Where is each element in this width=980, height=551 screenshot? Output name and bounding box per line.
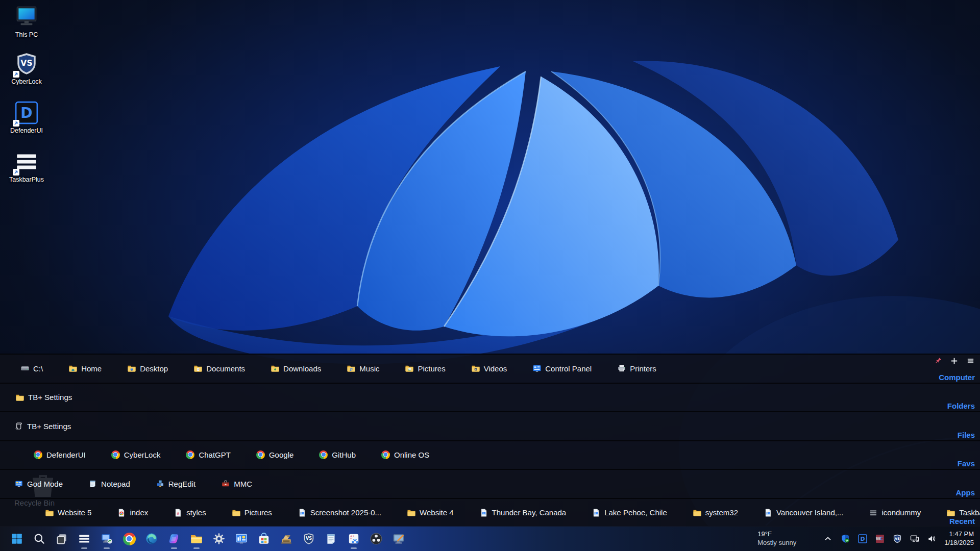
panel-item-index[interactable]: index [117,508,148,517]
panel-item-lake-pehoe-chile[interactable]: Lake Pehoe, Chile [592,508,667,517]
desktop-icon-taskbarplus[interactable]: TaskbarPlus [3,149,50,183]
taskbar-notepad-button[interactable] [322,528,341,550]
panel-item-c[interactable]: C:\ [20,364,43,373]
panel-item-defenderui[interactable]: DefenderUI [34,450,86,460]
tray-cyberlock-button[interactable]: VS [892,534,902,544]
panel-item-label: system32 [705,508,738,517]
svg-text:#: # [177,511,180,516]
panel-item-thunder-bay-canada[interactable]: Thunder Bay, Canada [479,508,567,517]
desktop-icon-this-pc[interactable]: This PC [3,4,50,38]
taskbarplus-panel: Recycle Bin C:\HomeDesktopDocumentsDownl… [0,354,980,527]
shortcut-arrow-icon [13,168,19,175]
panel-item-regedit[interactable]: RegEdit [156,479,195,488]
panel-item-label: Desktop [140,364,168,373]
panel-item-printers[interactable]: Printers [617,364,656,373]
panel-item-label: Website 5 [58,508,91,517]
panel-item-system32[interactable]: system32 [693,508,738,517]
chrome-icon [381,450,390,460]
panel-item-label: TB+ Settings [28,393,72,402]
taskbar-copilot-button[interactable] [164,528,184,550]
panel-section-label-computer: Computer [939,373,975,382]
panel-item-label: Vancouver Island,... [776,508,843,517]
tray-defenderui-button[interactable]: D [857,534,868,544]
taskbar-obs-studio-button[interactable] [366,528,386,550]
tray-network-button[interactable] [910,534,920,544]
panel-item-pictures[interactable]: Pictures [405,364,445,373]
add-item-button[interactable] [950,357,959,365]
panel-item-tb-settings[interactable]: TB+ Settings [14,421,71,431]
panel-item-videos[interactable]: Videos [471,364,507,373]
panel-row-items: Website 5index#stylesPicturesScreenshot … [0,499,980,527]
panel-item-github[interactable]: GitHub [319,450,356,460]
taskbar-settings-button[interactable] [209,528,229,550]
panel-item-website-4[interactable]: Website 4 [407,508,453,517]
taskbar-task-view-button[interactable] [52,528,71,550]
panel-item-label: Google [269,450,293,459]
panel-item-chatgpt[interactable]: ChatGPT [186,450,231,460]
page-image-icon [592,508,601,517]
paintmon-icon [392,532,405,545]
tray-volume-button[interactable] [927,534,937,544]
panel-item-label: RegEdit [168,480,195,488]
folder-music-icon [347,364,356,373]
panel-item-website-5[interactable]: Website 5 [45,508,91,517]
panel-item-online-os[interactable]: Online OS [381,450,429,460]
panel-item-documents[interactable]: Documents [193,364,245,373]
panel-item-screenshot-2025-0[interactable]: Screenshot 2025-0... [298,508,381,517]
panel-item-taskbarplus-30-go[interactable]: TaskbarPlus 30 Go... [946,508,980,517]
panel-item-pictures[interactable]: Pictures [232,508,272,517]
panel-item-vancouver-island[interactable]: Vancouver Island,... [764,508,843,517]
taskbar-cyberlock-button[interactable]: VS [299,528,318,550]
control-panel-icon [532,364,542,373]
panel-menu-button[interactable] [966,357,975,365]
panel-item-cyberlock[interactable]: CyberLock [111,450,161,460]
taskbar-system-monitor-button[interactable] [232,528,251,550]
panel-item-google[interactable]: Google [256,450,293,460]
taskbar-app-icons: VS [0,528,408,550]
panel-item-downloads[interactable]: Downloads [271,364,321,373]
panel-item-label: DefenderUI [46,450,86,459]
panel-item-desktop[interactable]: Desktop [127,364,168,373]
taskbar-file-explorer-button[interactable] [187,528,206,550]
vs-shield-icon: VS [302,532,315,545]
taskbar-computer-management-button[interactable] [97,528,116,550]
drive-icon [20,364,30,373]
panel-item-home[interactable]: Home [68,364,102,373]
chrome-icon [111,450,120,460]
panel-item-notepad[interactable]: Notepad [88,479,130,488]
taskview-icon [55,532,68,545]
remotepc-icon [100,532,113,545]
taskbar-file-crusher-button[interactable] [277,528,296,550]
panel-item-icondummy[interactable]: icondummy [869,508,921,517]
taskbar-edge-button[interactable] [142,528,161,550]
panel-item-mmc[interactable]: MMC [221,479,252,488]
panel-item-music[interactable]: Music [347,364,379,373]
panel-row-apps: God ModeNotepadRegEditMMCApps [0,469,980,498]
pin-panel-button[interactable] [934,357,942,365]
taskbar-chrome-button[interactable] [119,528,139,550]
folder-icon [693,508,702,517]
tray-windows-security-button[interactable] [840,534,850,544]
panel-item-control-panel[interactable]: Control Panel [532,364,592,373]
tray-winclone-button[interactable]: WC [875,534,885,544]
clock[interactable]: 1:47 PM 1/18/2025 [944,530,974,547]
taskbar-display-paint-button[interactable] [389,528,408,550]
panel-item-god-mode[interactable]: God Mode [14,479,63,488]
tray-hidden-icons-button[interactable] [823,534,833,544]
panel-item-tb-settings[interactable]: TB+ Settings [15,393,72,402]
desktop-icon-defenderui[interactable]: DDefenderUI [3,100,50,134]
taskbar-snipping-tool-button[interactable] [344,528,363,550]
weather-widget[interactable]: 19°F Mostly sunny [757,530,796,547]
taskbar-start-button[interactable] [7,528,27,550]
panel-item-label: Downloads [283,364,321,373]
desktop-icon-cyberlock[interactable]: VSCyberLock [3,51,50,85]
panel-item-label: Documents [206,364,245,373]
page-image-icon [764,508,773,517]
clock-time: 1:47 PM [944,530,974,539]
taskbar-tray-area: 19°F Mostly sunny DWCVS 1:47 PM 1/18/202… [757,527,974,551]
folder-pictures-icon [405,364,414,373]
panel-item-styles[interactable]: #styles [174,508,206,517]
taskbar-microsoft-store-button[interactable] [254,528,274,550]
taskbar-search-button[interactable] [30,528,49,550]
taskbar-taskbarplus-button[interactable] [75,528,94,550]
